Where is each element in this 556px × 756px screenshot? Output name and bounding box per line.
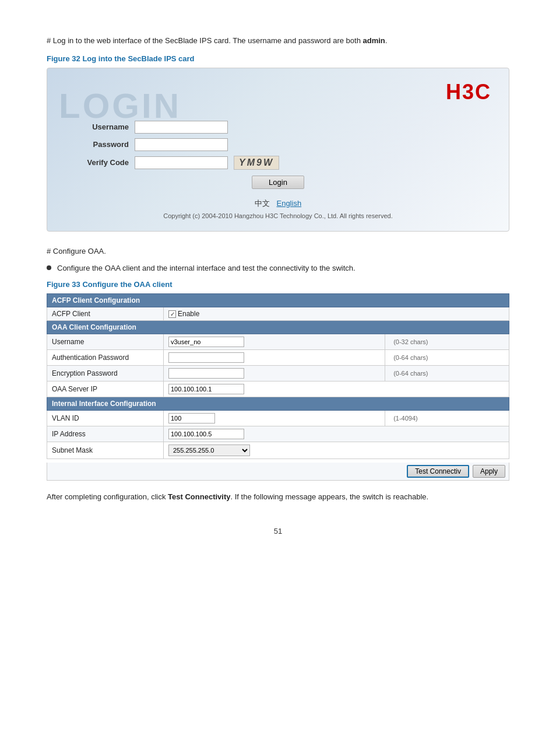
subnet-mask-select[interactable]: 255.255.255.0 255.255.0.0 255.0.0.0: [168, 444, 250, 456]
enc-password-row: Encryption Password (0-64 chars): [47, 366, 509, 382]
vlan-id-label: VLAN ID: [47, 411, 164, 426]
enc-password-hint: (0-64 chars): [385, 366, 509, 382]
password-input[interactable]: [135, 138, 228, 151]
config-table: ACFP Client Configuration ACFP Client ✓ …: [47, 293, 509, 459]
login-btn-row: Login: [71, 176, 485, 189]
ip-address-row: IP Address: [47, 426, 509, 442]
verify-row: Verify Code YM9W: [71, 156, 485, 170]
password-label: Password: [71, 140, 135, 149]
subnet-mask-row: Subnet Mask 255.255.255.0 255.255.0.0 25…: [47, 442, 509, 459]
apply-button[interactable]: Apply: [473, 465, 505, 478]
username-row: Username (0-32 chars): [47, 334, 509, 350]
internal-header-cell: Internal Interface Configuration: [47, 397, 509, 411]
intro-text1: # Log in to the web interface of the Sec…: [47, 36, 363, 45]
username-hint-cell: (0-32 chars): [385, 334, 509, 350]
intro-text2: .: [385, 36, 388, 45]
intro-bold: admin: [363, 36, 385, 45]
login-bg-text: LOGIN: [59, 86, 181, 126]
acfp-client-row: ACFP Client ✓ Enable: [47, 307, 509, 321]
lang-zh-link[interactable]: 中文: [255, 199, 270, 208]
page-number: 51: [47, 527, 509, 536]
oaa-header-cell: OAA Client Configuration: [47, 321, 509, 334]
vlan-id-value: [164, 411, 385, 426]
enc-password-value: [164, 366, 385, 382]
acfp-enable-label: Enable: [178, 310, 199, 318]
language-row: 中文 English: [71, 198, 485, 209]
vlan-id-row: VLAN ID (1-4094): [47, 411, 509, 426]
auth-hint: (0-64 chars): [393, 354, 428, 361]
auth-password-value: [164, 350, 385, 366]
acfp-enable-checkbox-cell: ✓ Enable: [168, 310, 504, 318]
username-label-cell: Username: [47, 334, 164, 350]
acfp-enable-checkbox[interactable]: ✓: [168, 310, 176, 318]
oaa-server-ip-label: OAA Server IP: [47, 382, 164, 397]
verify-code-image: YM9W: [234, 156, 279, 170]
internal-header-row: Internal Interface Configuration: [47, 397, 509, 411]
enc-password-input[interactable]: [168, 368, 244, 379]
oaa-server-ip-value: [164, 382, 509, 397]
username-value-cell: [164, 334, 385, 350]
enc-password-label: Encryption Password: [47, 366, 164, 382]
h3c-logo: H3C: [446, 80, 491, 104]
oaa-header-row: OAA Client Configuration: [47, 321, 509, 334]
username-label: Username: [71, 123, 135, 131]
password-row: Password: [71, 138, 485, 151]
username-input[interactable]: [135, 121, 228, 134]
intro-paragraph: # Log in to the web interface of the Sec…: [47, 35, 509, 47]
subnet-mask-label: Subnet Mask: [47, 442, 164, 459]
figure33-label: Figure 33 Configure the OAA client: [47, 280, 509, 289]
bullet-item: Configure the OAA client and the interna…: [47, 262, 509, 275]
after-text1: After completing configuration, click: [47, 492, 168, 501]
acfp-client-label: ACFP Client: [47, 307, 164, 321]
after-bold: Test Connectivity: [168, 492, 230, 501]
verify-input[interactable]: [135, 156, 228, 169]
auth-password-label: Authentication Password: [47, 350, 164, 366]
verify-label: Verify Code: [71, 158, 135, 167]
username-hint: (0-32 chars): [393, 338, 428, 345]
ip-address-input[interactable]: [168, 429, 244, 439]
acfp-header-row: ACFP Client Configuration: [47, 294, 509, 307]
lang-en-link[interactable]: English: [276, 199, 301, 208]
after-text2: . If the following message appears, the …: [231, 492, 429, 501]
after-paragraph: After completing configuration, click Te…: [47, 491, 509, 503]
username-table-input[interactable]: [168, 337, 244, 347]
bullet-text: Configure the OAA client and the interna…: [57, 262, 356, 275]
login-box: LOGIN H3C Username Password Verify Code …: [47, 68, 509, 232]
vlan-id-input[interactable]: [168, 413, 215, 424]
auth-password-hint: (0-64 chars): [385, 350, 509, 366]
vlan-id-hint: (1-4094): [385, 411, 509, 426]
username-row: Username: [71, 121, 485, 134]
acfp-enable-cell: ✓ Enable: [164, 307, 509, 321]
ip-address-label: IP Address: [47, 426, 164, 442]
auth-password-input[interactable]: [168, 352, 244, 363]
auth-password-row: Authentication Password (0-64 chars): [47, 350, 509, 366]
vlan-hint: (1-4094): [393, 415, 418, 422]
test-connectivity-button[interactable]: Test Connectiv: [407, 465, 469, 478]
button-row: Test Connectiv Apply: [47, 463, 509, 481]
acfp-header-cell: ACFP Client Configuration: [47, 294, 509, 307]
oaa-server-ip-input[interactable]: [168, 384, 244, 394]
copyright-text: Copyright (c) 2004-2010 Hangzhou H3C Tec…: [71, 212, 485, 219]
oaa-server-ip-row: OAA Server IP: [47, 382, 509, 397]
bullet-dot: [47, 265, 51, 270]
ip-address-value: [164, 426, 509, 442]
enc-hint: (0-64 chars): [393, 370, 428, 377]
section2-text: # Configure OAA.: [47, 246, 509, 258]
login-form: Username Password Verify Code YM9W Login…: [71, 121, 485, 219]
login-button[interactable]: Login: [252, 176, 304, 189]
figure32-label: Figure 32 Log into the SecBlade IPS card: [47, 54, 509, 63]
subnet-mask-value: 255.255.255.0 255.255.0.0 255.0.0.0: [164, 442, 509, 459]
